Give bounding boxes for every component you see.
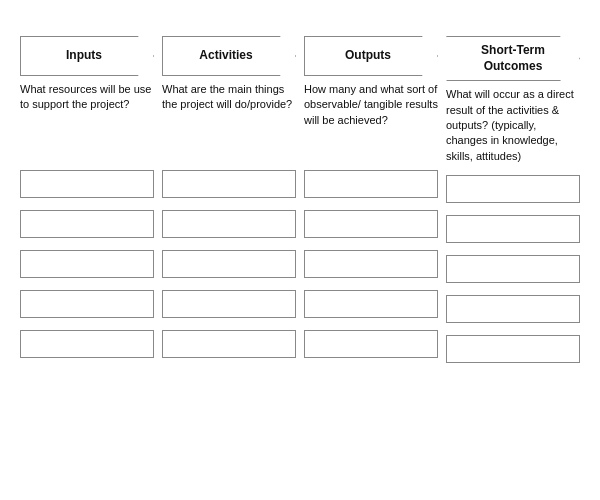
input-outputs-row-4[interactable] (304, 290, 438, 318)
input-activities-row-2[interactable] (162, 210, 296, 238)
rows-area-activities (162, 170, 296, 364)
input-short-term-outcomes-row-1[interactable] (446, 175, 580, 203)
input-short-term-outcomes-row-3[interactable] (446, 255, 580, 283)
column-short-term-outcomes: Short-TermOutcomesWhat will occur as a d… (446, 36, 580, 369)
rows-area-outputs (304, 170, 438, 364)
column-outputs: OutputsHow many and what sort of observa… (304, 36, 438, 369)
rows-area-inputs (20, 170, 154, 364)
input-inputs-row-3[interactable] (20, 250, 154, 278)
input-short-term-outcomes-row-5[interactable] (446, 335, 580, 363)
header-inputs: Inputs (20, 36, 154, 76)
input-inputs-row-5[interactable] (20, 330, 154, 358)
input-outputs-row-5[interactable] (304, 330, 438, 358)
input-activities-row-3[interactable] (162, 250, 296, 278)
header-activities: Activities (162, 36, 296, 76)
input-activities-row-1[interactable] (162, 170, 296, 198)
logic-model-grid: InputsWhat resources will be use to supp… (20, 36, 580, 369)
description-short-term-outcomes: What will occur as a direct result of th… (446, 87, 580, 167)
input-inputs-row-2[interactable] (20, 210, 154, 238)
input-short-term-outcomes-row-2[interactable] (446, 215, 580, 243)
column-activities: ActivitiesWhat are the main things the p… (162, 36, 296, 369)
rows-area-short-term-outcomes (446, 175, 580, 369)
description-outputs: How many and what sort of observable/ ta… (304, 82, 438, 162)
input-outputs-row-2[interactable] (304, 210, 438, 238)
input-inputs-row-1[interactable] (20, 170, 154, 198)
input-outputs-row-1[interactable] (304, 170, 438, 198)
input-activities-row-4[interactable] (162, 290, 296, 318)
input-short-term-outcomes-row-4[interactable] (446, 295, 580, 323)
input-activities-row-5[interactable] (162, 330, 296, 358)
description-activities: What are the main things the project wil… (162, 82, 296, 162)
header-outputs: Outputs (304, 36, 438, 76)
column-inputs: InputsWhat resources will be use to supp… (20, 36, 154, 369)
input-outputs-row-3[interactable] (304, 250, 438, 278)
header-short-term-outcomes: Short-TermOutcomes (446, 36, 580, 81)
input-inputs-row-4[interactable] (20, 290, 154, 318)
description-inputs: What resources will be use to support th… (20, 82, 154, 162)
